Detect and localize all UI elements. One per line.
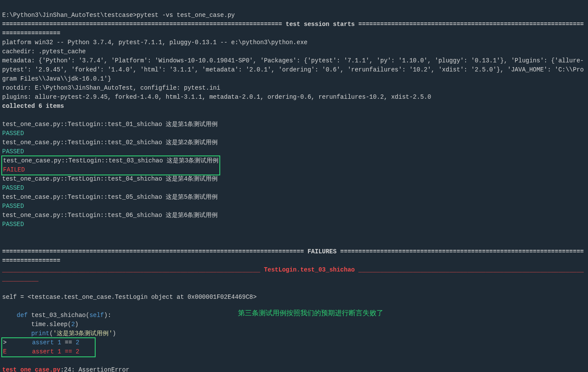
plugins-line: plugins: allure-pytest-2.9.45, forked-1.…: [2, 94, 431, 100]
platform-line: platform win32 -- Python 3.7.4, pytest-7…: [2, 39, 308, 46]
test-result: PASSED: [2, 184, 24, 191]
cachedir-line: cachedir: .pytest_cache: [2, 48, 86, 55]
test-line: test_one_case.py::TestLogin::test_01_shi…: [2, 121, 218, 128]
code-print: print('这是第3条测试用例'): [2, 330, 116, 337]
self-line: self = <testcase.test_one_case.TestLogin…: [2, 294, 257, 301]
test-result: PASSED: [2, 130, 24, 137]
test-result: PASSED: [2, 203, 24, 210]
test-line: test_one_case.py::TestLogin::test_02_shi…: [2, 139, 218, 146]
code-sleep: time.sleep(2): [2, 321, 78, 328]
test-highlight-box: test_one_case.py::TestLogin::test_03_shi…: [1, 155, 220, 175]
session-start: ========================================…: [2, 21, 584, 37]
test-line: test_one_case.py::TestLogin::test_06_shi…: [2, 212, 218, 219]
code-def: def test_03_shichao(self):: [2, 312, 111, 319]
file-error-line: test_one_case.py:24: AssertionError: [2, 366, 129, 372]
test-result: FAILED: [3, 166, 25, 173]
test-line: test_one_case.py::TestLogin::test_04_shi…: [2, 175, 218, 182]
command-input: pytest -vs test_one_case.py: [137, 12, 235, 19]
test-line: test_one_case.py::TestLogin::test_03_shi…: [3, 157, 218, 164]
code-assert-e: E assert 1 == 2: [3, 348, 94, 355]
assert-highlight-box: > assert 1 == 2 E assert 1 == 2: [1, 337, 96, 357]
rootdir-line: rootdir: E:\Python3\JinShan_AutoTest, co…: [2, 84, 220, 91]
failures-header: ========================================…: [2, 248, 584, 264]
annotation-text: 第三条测试用例按照我们的预期进行断言失败了: [238, 308, 383, 317]
failure-name: ________________________________________…: [2, 266, 584, 282]
test-results-block: test_one_case.py::TestLogin::test_01_shi…: [2, 120, 586, 229]
test-result: PASSED: [2, 221, 24, 228]
code-assert-gt: > assert 1 == 2: [3, 339, 94, 346]
collected-line: collected 6 items: [2, 103, 64, 110]
prompt: E:\Python3\JinShan_AutoTest\testcase>: [2, 12, 137, 19]
test-line: test_one_case.py::TestLogin::test_05_shi…: [2, 194, 218, 201]
metadata-line: metadata: {'Python': '3.7.4', 'Platform'…: [2, 57, 584, 82]
test-result: PASSED: [2, 148, 24, 155]
